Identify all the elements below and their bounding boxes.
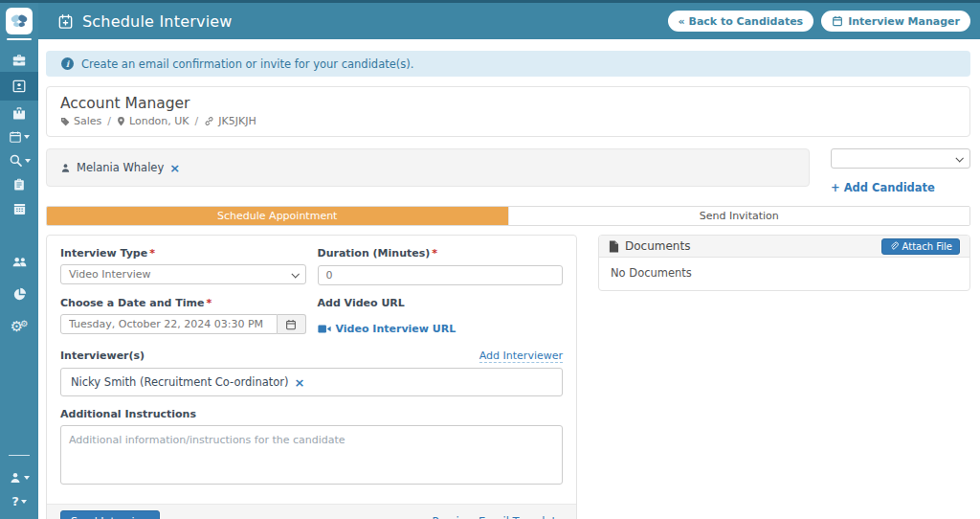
- sidebar-item-calendar[interactable]: [0, 196, 38, 220]
- tag-icon: [60, 117, 70, 126]
- add-interviewer-link[interactable]: Add Interviewer: [479, 350, 563, 363]
- datetime-label: Choose a Date and Time*: [60, 297, 306, 309]
- job-reference: JK5JKJH: [204, 115, 256, 127]
- calendar-plus-icon: [57, 13, 74, 30]
- info-banner: i Create an email confirmation or invite…: [46, 51, 970, 77]
- interview-type-label: Interview Type*: [60, 247, 306, 260]
- candidate-row: Melania Whaley × + Add Candidate: [46, 148, 970, 195]
- paperclip-icon: [889, 241, 899, 251]
- candidate-name: Melania Whaley: [77, 161, 164, 174]
- sidebar-item-tasks[interactable]: [0, 172, 38, 196]
- logo-underline: [7, 38, 32, 40]
- app-root: ⚙⚙ ?: [0, 0, 980, 519]
- page-content: i Create an email confirmation or invite…: [38, 39, 980, 519]
- preview-email-template-link[interactable]: Preview Email Template: [433, 515, 563, 519]
- additional-instructions-label: Additional Instructions: [60, 408, 563, 420]
- sidebar-item-interviews[interactable]: [0, 124, 38, 148]
- add-video-url-label: Add Video URL: [318, 297, 564, 309]
- meta-separator: /: [195, 115, 199, 127]
- required-marker: *: [206, 297, 212, 309]
- documents-title-group: Documents: [609, 239, 690, 253]
- remove-interviewer-icon[interactable]: ×: [295, 376, 305, 389]
- info-banner-text: Create an email confirmation or invite f…: [81, 57, 413, 71]
- briefcase-icon: [11, 53, 27, 68]
- app-logo[interactable]: [6, 8, 33, 34]
- sidebar-bottom: ?: [0, 455, 38, 519]
- tab-send-invitation[interactable]: Send Invitation: [508, 207, 970, 225]
- sidebar-item-account[interactable]: [0, 465, 38, 489]
- candidate-chip: Melania Whaley ×: [60, 161, 180, 174]
- video-camera-icon: [318, 324, 331, 334]
- clipboard-icon: [12, 177, 26, 192]
- documents-header: Documents Attach File: [599, 236, 969, 258]
- pie-chart-icon: [12, 287, 27, 302]
- send-interview-button[interactable]: Send Interview: [60, 510, 160, 519]
- user-icon: [9, 471, 22, 485]
- attach-file-label: Attach File: [902, 241, 952, 252]
- interview-manager-label: Interview Manager: [848, 15, 960, 28]
- candidate-select[interactable]: [831, 148, 970, 169]
- page-title: Schedule Interview: [82, 12, 233, 31]
- job-department: Sales: [60, 115, 101, 127]
- chevron-down-icon: [24, 135, 30, 139]
- additional-instructions-textarea[interactable]: [60, 425, 563, 485]
- documents-title: Documents: [625, 239, 690, 253]
- sidebar-item-jobs[interactable]: [0, 48, 38, 72]
- map-pin-icon: [117, 116, 125, 126]
- required-marker: *: [432, 247, 437, 260]
- interviewers-box: Nicky Smith (Recruitment Co-ordinator) ×: [60, 368, 563, 396]
- datetime-input-group: [60, 314, 306, 334]
- toolbox-icon: [11, 105, 27, 121]
- remove-candidate-icon[interactable]: ×: [169, 162, 180, 174]
- documents-card: Documents Attach File: [598, 235, 970, 291]
- required-marker: *: [149, 247, 155, 260]
- sidebar-item-settings[interactable]: ⚙⚙: [0, 310, 38, 343]
- users-icon: [11, 255, 28, 269]
- meta-separator: /: [107, 115, 111, 127]
- job-meta: Sales / London, UK /: [60, 115, 956, 127]
- calendar-icon: [285, 319, 297, 330]
- interviewer-chip: Nicky Smith (Recruitment Co-ordinator) ×: [71, 375, 305, 389]
- job-location: London, UK: [117, 115, 189, 127]
- search-icon: [9, 153, 23, 168]
- calendar-icon: [9, 130, 22, 144]
- chevron-down-icon: [955, 154, 963, 162]
- question-icon: ?: [11, 494, 19, 508]
- sidebar-item-companies[interactable]: [0, 101, 38, 124]
- datetime-input[interactable]: [60, 314, 278, 334]
- add-candidate-link[interactable]: + Add Candidate: [831, 181, 935, 194]
- datetime-calendar-button[interactable]: [278, 314, 306, 334]
- form-footer: Send Interview Preview Email Template: [47, 504, 576, 519]
- butterfly-logo-icon: [10, 12, 29, 30]
- duration-input[interactable]: [318, 265, 564, 285]
- attach-file-button[interactable]: Attach File: [881, 238, 960, 255]
- info-icon: i: [61, 57, 74, 70]
- interviewers-label: Interviewer(s): [60, 350, 145, 362]
- job-card: Account Manager Sales /: [46, 86, 970, 137]
- schedule-form-card: Interview Type* Video Interview: [46, 235, 577, 519]
- sidebar-item-contacts[interactable]: [0, 245, 38, 278]
- tab-schedule-appointment[interactable]: Schedule Appointment: [47, 207, 508, 225]
- chevron-down-icon: [24, 476, 30, 480]
- duration-label: Duration (Minutes)*: [318, 247, 564, 260]
- video-interview-url-link[interactable]: Video Interview URL: [318, 323, 457, 335]
- schedule-tabs: Schedule Appointment Send Invitation: [46, 206, 970, 226]
- interview-manager-button[interactable]: Interview Manager: [821, 11, 970, 32]
- calendar-grid-icon: [12, 201, 27, 215]
- header-actions: « Back to Candidates Interview Manager: [668, 11, 970, 32]
- back-to-candidates-button[interactable]: « Back to Candidates: [668, 11, 814, 32]
- file-icon: [609, 240, 619, 253]
- interview-type-value: Video Interview: [69, 268, 150, 281]
- documents-empty-text: No Documents: [611, 266, 692, 280]
- sidebar: ⚙⚙ ?: [0, 3, 38, 519]
- chevron-down-icon: [21, 500, 27, 504]
- sidebar-item-reports[interactable]: [0, 278, 38, 310]
- chevron-down-icon: [25, 159, 31, 163]
- sidebar-item-search[interactable]: [0, 148, 38, 172]
- top-header: Schedule Interview « Back to Candidates: [38, 3, 980, 39]
- link-icon: [204, 116, 214, 126]
- sidebar-item-candidates[interactable]: [0, 72, 38, 101]
- interviewer-name: Nicky Smith (Recruitment Co-ordinator): [71, 375, 289, 389]
- interview-type-select[interactable]: Video Interview: [60, 264, 306, 284]
- sidebar-item-help[interactable]: ?: [0, 489, 38, 513]
